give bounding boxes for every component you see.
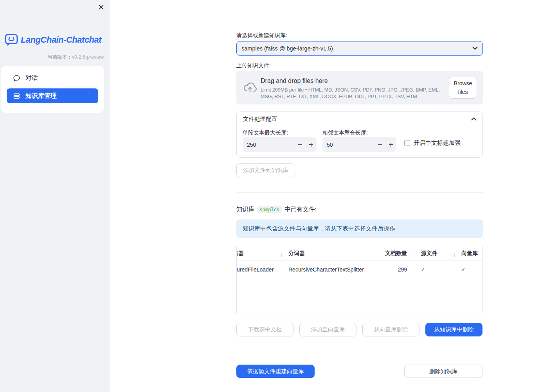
overlap-size-input[interactable]: 50 [322, 137, 396, 152]
plus-icon [389, 143, 393, 147]
cell-splitter: RecursiveCharacterTextSplitter [281, 266, 371, 273]
upload-label: 上传知识文件: [236, 62, 483, 69]
cell-source-file-check: ✓ [414, 266, 454, 272]
info-alert: 知识库中包含源文件与向量库，请从下表中选择文件后操作 [236, 219, 483, 238]
cell-doc-count: 299 [371, 266, 414, 273]
app-logo: LangChain-Chatchat [5, 34, 101, 46]
chunk-size-input[interactable]: 250 [243, 137, 317, 152]
sidebar-menu: 对话 知识库管理 [1, 66, 104, 113]
kb-name-code: samples [257, 206, 282, 213]
col-header-loader: 文档加载器 [236, 250, 281, 257]
cell-loader: UnstructuredFileLoader [236, 266, 281, 273]
logo-text: LangChain-Chatchat [21, 35, 101, 45]
sidebar-close-button[interactable] [97, 3, 105, 11]
add-to-vector-store-button[interactable]: 添加至向量库 [299, 323, 356, 336]
sidebar-item-label: 知识库管理 [25, 92, 57, 100]
browse-files-button[interactable]: Browse files [449, 77, 477, 99]
sidebar-item-dialogue[interactable]: 对话 [7, 70, 98, 85]
minus-icon [378, 144, 382, 145]
heading-suffix: 中已有文件: [284, 205, 317, 214]
chevron-up-icon [471, 117, 476, 120]
files-table-inner: 文档加载器 分词器 文档数量 源文件 向量库 UnstructuredFileL… [236, 246, 483, 278]
plus-icon [309, 143, 313, 147]
divider [236, 192, 483, 192]
download-selected-button[interactable]: 下载选中文档 [236, 323, 293, 336]
kb-select[interactable]: samples (faiss @ bge-large-zh-v1.5) [236, 41, 483, 56]
increment-button[interactable] [385, 137, 396, 152]
dropzone-hint: Limit 200MB per file • HTML, MD, JSON, C… [261, 87, 447, 100]
kb-actions-row: 依据源文件重建向量库 删除知识库 [236, 365, 483, 378]
kb-files-heading: 知识库 samples 中已有文件: [236, 205, 483, 214]
cell-vector-store-check: ✓ [454, 266, 483, 272]
add-files-button[interactable]: 添加文件到知识库 [236, 163, 295, 177]
logo-chat-icon [5, 34, 18, 46]
table-row[interactable]: UnstructuredFileLoader RecursiveCharacte… [236, 261, 483, 278]
main-content: 请选择或新建知识库: samples (faiss @ bge-large-zh… [110, 0, 540, 392]
divider [236, 351, 483, 351]
overlap-size-label: 相邻文本重合长度: [322, 129, 368, 137]
col-header-doc-count: 文档数量 [371, 250, 414, 257]
chat-bubble-icon [13, 74, 20, 82]
col-header-vector-store: 向量库 [454, 250, 483, 257]
chunk-size-label: 单段文本最大长度: [243, 129, 288, 137]
table-header: 文档加载器 分词器 文档数量 源文件 向量库 [236, 246, 483, 261]
version-value: v0.2.6-preview [72, 54, 104, 60]
sidebar-item-label: 对话 [25, 74, 38, 82]
col-header-splitter: 分词器 [281, 250, 371, 257]
file-actions-row: 下载选中文档 添加至向量库 从向量库删除 从知识库中删除 [236, 323, 483, 336]
heading-prefix: 知识库 [236, 205, 255, 214]
version-text: 当前版本：v0.2.6-preview [47, 54, 104, 61]
file-config-expander: 文件处理配置 单段文本最大长度: 相邻文本重合长度: 250 50 开启中文标题… [236, 111, 483, 158]
zh-title-enhance-row: 开启中文标题加强 [404, 139, 461, 147]
close-icon [99, 5, 104, 10]
zh-title-enhance-checkbox[interactable] [404, 140, 410, 146]
chunk-size-value[interactable]: 250 [243, 142, 295, 148]
stack-icon [13, 92, 20, 100]
minus-icon [298, 144, 302, 145]
remove-from-vector-store-button[interactable]: 从向量库删除 [362, 323, 419, 336]
overlap-size-value[interactable]: 50 [322, 142, 374, 148]
kb-select-value: samples (faiss @ bge-large-zh-v1.5) [241, 45, 333, 52]
delete-from-kb-button[interactable]: 从知识库中删除 [425, 323, 482, 336]
info-text: 知识库中包含源文件与向量库，请从下表中选择文件后操作 [243, 225, 395, 232]
sidebar: LangChain-Chatchat 当前版本：v0.2.6-preview 对… [0, 0, 110, 392]
decrement-button[interactable] [374, 137, 385, 152]
decrement-button[interactable] [295, 137, 306, 152]
col-header-source-file: 源文件 [414, 250, 454, 257]
files-table[interactable]: 文档加载器 分词器 文档数量 源文件 向量库 UnstructuredFileL… [236, 246, 483, 313]
expander-header[interactable]: 文件处理配置 [237, 112, 482, 126]
rebuild-vector-store-button[interactable]: 依据源文件重建向量库 [236, 365, 315, 378]
version-label: 当前版本： [47, 54, 72, 60]
delete-kb-button[interactable]: 删除知识库 [404, 365, 482, 378]
sidebar-item-kb-management[interactable]: 知识库管理 [7, 88, 98, 103]
kb-select-label: 请选择或新建知识库: [236, 32, 483, 39]
dropzone-title: Drag and drop files here [261, 77, 328, 85]
app-window: LangChain-Chatchat 当前版本：v0.2.6-preview 对… [0, 0, 540, 392]
file-dropzone[interactable]: Drag and drop files here Limit 200MB per… [236, 71, 483, 104]
increment-button[interactable] [306, 137, 317, 152]
chevron-down-icon [472, 47, 478, 50]
zh-title-enhance-label[interactable]: 开启中文标题加强 [414, 139, 461, 147]
cloud-upload-icon [243, 81, 257, 95]
expander-title: 文件处理配置 [243, 115, 277, 123]
